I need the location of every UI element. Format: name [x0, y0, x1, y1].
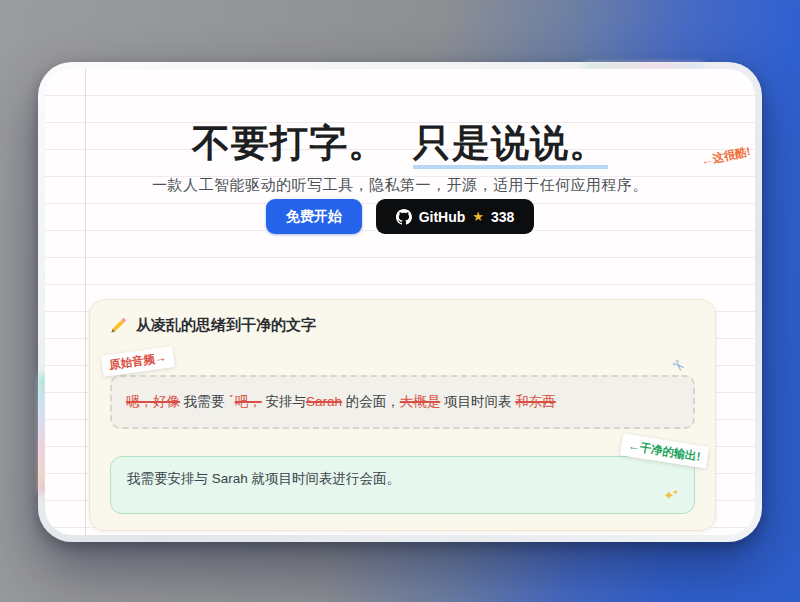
clean-output-annotation: ←干净的输出! [620, 433, 709, 468]
transcript-segment: 安排与 [262, 394, 306, 409]
cta-row: 免费开始 GitHub ★ 338 [45, 199, 755, 234]
transcript-segment: 吧， [235, 394, 262, 409]
transcript-segment: 大概是 [400, 394, 441, 409]
clean-output-text: 我需要安排与 Sarah 就项目时间表进行会面。 [127, 471, 400, 486]
scissors-icon: ✂ [668, 355, 690, 377]
main-card-frame: 不要打字。只是说说。 一款人工智能驱动的听写工具，隐私第一，开源，适用于任何应用… [38, 62, 762, 542]
github-star-count: 338 [491, 209, 514, 225]
sparkle-icon: ✦✦ [663, 487, 681, 506]
star-icon: ★ [472, 209, 484, 224]
transcript-segment: 和东西 [515, 394, 556, 409]
clean-output-box: ←干净的输出! 我需要安排与 Sarah 就项目时间表进行会面。 ✦✦ [110, 456, 695, 514]
github-button[interactable]: GitHub ★ 338 [376, 199, 535, 234]
transcript-segment: 的会面， [342, 394, 400, 409]
github-octocat-icon [396, 209, 412, 225]
demo-section-title: 从凌乱的思绪到干净的文字 [110, 316, 695, 335]
transcript-segment: Sarah [306, 394, 342, 409]
raw-transcript-wrap: 原始音频→ ✂ 嗯，好像 我需要 ˊ吧， 安排与Sarah 的会面，大概是 项目… [110, 375, 695, 429]
transcript-segment: 我需要 [180, 394, 228, 409]
notebook-card: 不要打字。只是说说。 一款人工智能驱动的听写工具，隐私第一，开源，适用于任何应用… [45, 69, 755, 535]
demo-section-card: 从凌乱的思绪到干净的文字 原始音频→ ✂ 嗯，好像 我需要 ˊ吧， 安排与Sar… [89, 299, 716, 531]
get-started-button[interactable]: 免费开始 [266, 199, 362, 234]
demo-section-title-text: 从凌乱的思绪到干净的文字 [136, 316, 316, 335]
insertion-mark: ˊ [229, 393, 234, 409]
get-started-label: 免费开始 [286, 208, 342, 226]
page-title: 不要打字。只是说说。 [45, 118, 755, 169]
raw-audio-annotation: 原始音频→ [101, 346, 175, 377]
page-subtitle: 一款人工智能驱动的听写工具，隐私第一，开源，适用于任何应用程序。 [45, 176, 755, 195]
transcript-segment: 项目时间表 [440, 394, 515, 409]
pencil-icon [110, 317, 127, 334]
raw-transcript-box: 嗯，好像 我需要 ˊ吧， 安排与Sarah 的会面，大概是 项目时间表 和东西 [110, 375, 695, 429]
github-label: GitHub [419, 209, 466, 225]
page-title-part1: 不要打字。 [192, 122, 387, 164]
transcript-segment: 嗯，好像 [126, 394, 180, 409]
page-title-part2: 只是说说。 [413, 122, 608, 169]
